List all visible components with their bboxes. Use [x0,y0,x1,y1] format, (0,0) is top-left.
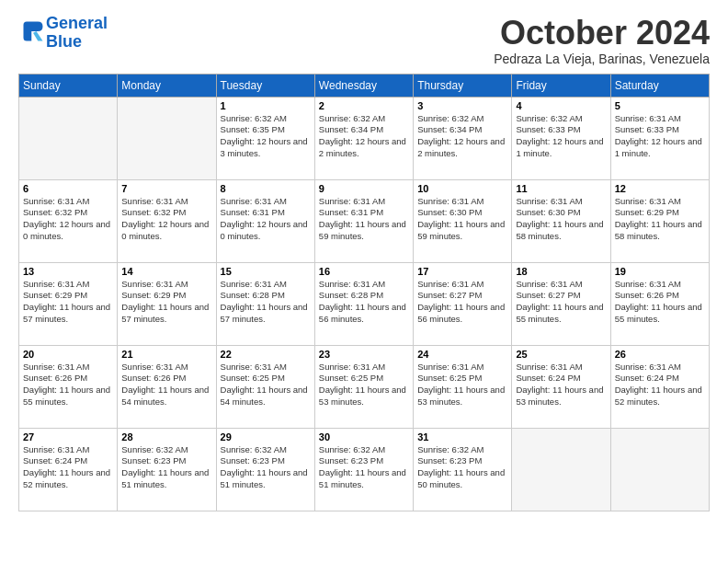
calendar-cell: 25Sunrise: 6:31 AM Sunset: 6:24 PM Dayli… [512,345,610,428]
day-info: Sunrise: 6:32 AM Sunset: 6:33 PM Dayligh… [516,113,606,160]
day-info: Sunrise: 6:32 AM Sunset: 6:23 PM Dayligh… [417,444,507,491]
day-info: Sunrise: 6:31 AM Sunset: 6:25 PM Dayligh… [221,362,311,408]
day-number: 12 [615,183,705,194]
calendar-week-row: 6Sunrise: 6:31 AM Sunset: 6:32 PM Daylig… [19,179,710,262]
day-info: Sunrise: 6:31 AM Sunset: 6:25 PM Dayligh… [319,362,409,408]
day-info: Sunrise: 6:31 AM Sunset: 6:32 PM Dayligh… [23,196,113,243]
day-number: 25 [516,349,606,360]
calendar-table: SundayMondayTuesdayWednesdayThursdayFrid… [18,74,710,511]
day-info: Sunrise: 6:31 AM Sunset: 6:27 PM Dayligh… [516,279,606,326]
weekday-header: Monday [118,74,216,97]
calendar-cell: 10Sunrise: 6:31 AM Sunset: 6:30 PM Dayli… [414,179,512,262]
day-info: Sunrise: 6:32 AM Sunset: 6:23 PM Dayligh… [221,444,311,491]
day-info: Sunrise: 6:31 AM Sunset: 6:30 PM Dayligh… [417,196,507,243]
day-number: 28 [121,431,211,442]
day-number: 29 [221,431,311,442]
calendar-cell: 29Sunrise: 6:32 AM Sunset: 6:23 PM Dayli… [216,428,314,511]
day-info: Sunrise: 6:31 AM Sunset: 6:26 PM Dayligh… [23,362,113,408]
day-number: 26 [615,349,705,360]
calendar-cell: 20Sunrise: 6:31 AM Sunset: 6:26 PM Dayli… [19,345,118,428]
day-info: Sunrise: 6:32 AM Sunset: 6:35 PM Dayligh… [221,113,311,160]
day-info: Sunrise: 6:32 AM Sunset: 6:34 PM Dayligh… [319,113,409,160]
day-number: 23 [319,349,409,360]
calendar-cell [19,97,118,179]
day-info: Sunrise: 6:31 AM Sunset: 6:24 PM Dayligh… [615,362,705,408]
day-info: Sunrise: 6:31 AM Sunset: 6:24 PM Dayligh… [516,362,606,408]
day-info: Sunrise: 6:31 AM Sunset: 6:31 PM Dayligh… [319,196,409,243]
day-number: 1 [221,100,311,111]
day-number: 10 [417,183,507,194]
weekday-header: Tuesday [216,74,314,97]
logo-line2: Blue [46,32,82,51]
calendar-cell: 12Sunrise: 6:31 AM Sunset: 6:29 PM Dayli… [610,179,709,262]
weekday-header: Thursday [414,74,512,97]
weekday-header: Wednesday [314,74,413,97]
day-number: 8 [221,183,311,194]
calendar-cell: 23Sunrise: 6:31 AM Sunset: 6:25 PM Dayli… [314,345,413,428]
day-info: Sunrise: 6:31 AM Sunset: 6:31 PM Dayligh… [221,196,311,243]
calendar-cell: 8Sunrise: 6:31 AM Sunset: 6:31 PM Daylig… [216,179,314,262]
weekday-header: Saturday [610,74,709,97]
day-number: 4 [516,100,606,111]
day-number: 14 [121,266,211,277]
calendar-cell: 14Sunrise: 6:31 AM Sunset: 6:29 PM Dayli… [118,262,216,345]
day-number: 31 [417,431,507,442]
day-number: 15 [221,266,311,277]
calendar-cell: 1Sunrise: 6:32 AM Sunset: 6:35 PM Daylig… [216,97,314,179]
calendar-cell: 16Sunrise: 6:31 AM Sunset: 6:28 PM Dayli… [314,262,413,345]
calendar-week-row: 13Sunrise: 6:31 AM Sunset: 6:29 PM Dayli… [19,262,710,345]
calendar-cell [610,428,709,511]
calendar-week-row: 20Sunrise: 6:31 AM Sunset: 6:26 PM Dayli… [19,345,710,428]
day-info: Sunrise: 6:31 AM Sunset: 6:32 PM Dayligh… [121,196,211,243]
calendar-cell: 2Sunrise: 6:32 AM Sunset: 6:34 PM Daylig… [314,97,413,179]
calendar-cell: 21Sunrise: 6:31 AM Sunset: 6:26 PM Dayli… [118,345,216,428]
day-number: 24 [417,349,507,360]
day-number: 6 [23,183,113,194]
calendar-cell: 6Sunrise: 6:31 AM Sunset: 6:32 PM Daylig… [19,179,118,262]
calendar-cell: 3Sunrise: 6:32 AM Sunset: 6:34 PM Daylig… [414,97,512,179]
calendar-cell: 28Sunrise: 6:32 AM Sunset: 6:23 PM Dayli… [118,428,216,511]
day-number: 21 [121,349,211,360]
day-info: Sunrise: 6:31 AM Sunset: 6:28 PM Dayligh… [221,279,311,326]
calendar-cell: 17Sunrise: 6:31 AM Sunset: 6:27 PM Dayli… [414,262,512,345]
logo-text: General Blue [46,15,108,52]
title-block: October 2024 Pedraza La Vieja, Barinas, … [494,15,710,66]
calendar-cell: 15Sunrise: 6:31 AM Sunset: 6:28 PM Dayli… [216,262,314,345]
day-info: Sunrise: 6:31 AM Sunset: 6:25 PM Dayligh… [417,362,507,408]
day-info: Sunrise: 6:31 AM Sunset: 6:29 PM Dayligh… [23,279,113,326]
calendar-cell: 13Sunrise: 6:31 AM Sunset: 6:29 PM Dayli… [19,262,118,345]
weekday-header-row: SundayMondayTuesdayWednesdayThursdayFrid… [19,74,710,97]
weekday-header: Friday [512,74,610,97]
day-info: Sunrise: 6:31 AM Sunset: 6:28 PM Dayligh… [319,279,409,326]
weekday-header: Sunday [19,74,118,97]
day-number: 17 [417,266,507,277]
day-number: 13 [23,266,113,277]
calendar-cell: 22Sunrise: 6:31 AM Sunset: 6:25 PM Dayli… [216,345,314,428]
logo-line1: General [46,14,108,32]
day-info: Sunrise: 6:31 AM Sunset: 6:26 PM Dayligh… [121,362,211,408]
page-header: General Blue October 2024 Pedraza La Vie… [18,15,710,66]
logo-icon [20,18,46,44]
calendar-cell: 31Sunrise: 6:32 AM Sunset: 6:23 PM Dayli… [414,428,512,511]
day-number: 20 [23,349,113,360]
day-info: Sunrise: 6:32 AM Sunset: 6:34 PM Dayligh… [417,113,507,160]
day-info: Sunrise: 6:31 AM Sunset: 6:29 PM Dayligh… [121,279,211,326]
calendar-cell: 4Sunrise: 6:32 AM Sunset: 6:33 PM Daylig… [512,97,610,179]
day-number: 27 [23,431,113,442]
day-number: 7 [121,183,211,194]
day-number: 5 [615,100,705,111]
calendar-cell: 9Sunrise: 6:31 AM Sunset: 6:31 PM Daylig… [314,179,413,262]
day-number: 2 [319,100,409,111]
day-number: 3 [417,100,507,111]
day-number: 30 [319,431,409,442]
day-info: Sunrise: 6:32 AM Sunset: 6:23 PM Dayligh… [121,444,211,491]
day-info: Sunrise: 6:31 AM Sunset: 6:24 PM Dayligh… [23,444,113,491]
calendar-week-row: 27Sunrise: 6:31 AM Sunset: 6:24 PM Dayli… [19,428,710,511]
location: Pedraza La Vieja, Barinas, Venezuela [494,52,710,66]
day-info: Sunrise: 6:31 AM Sunset: 6:30 PM Dayligh… [516,196,606,243]
month-title: October 2024 [494,15,710,52]
calendar-cell: 7Sunrise: 6:31 AM Sunset: 6:32 PM Daylig… [118,179,216,262]
day-info: Sunrise: 6:31 AM Sunset: 6:26 PM Dayligh… [615,279,705,326]
calendar-cell: 26Sunrise: 6:31 AM Sunset: 6:24 PM Dayli… [610,345,709,428]
calendar-cell: 19Sunrise: 6:31 AM Sunset: 6:26 PM Dayli… [610,262,709,345]
